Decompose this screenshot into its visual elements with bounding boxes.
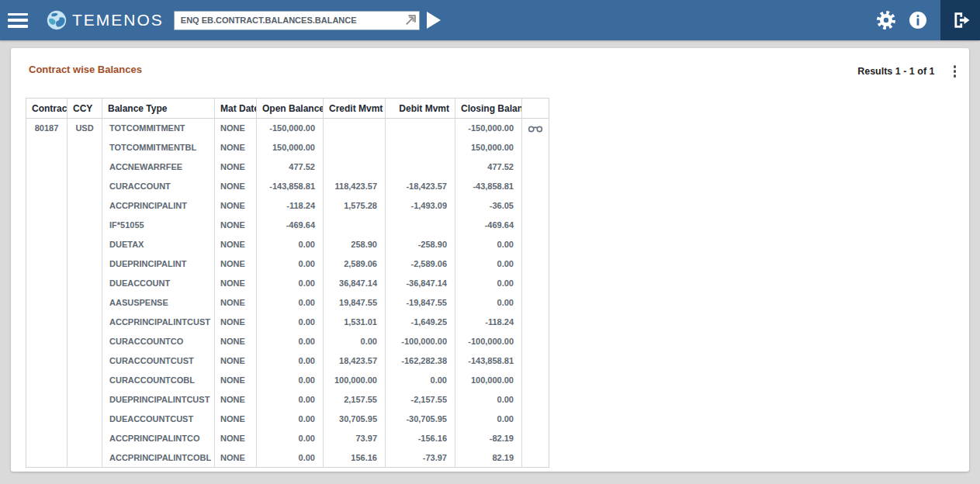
cell-ccy	[68, 313, 102, 332]
balances-table-wrapper: Contract CCY Balance Type Mat Date Open …	[26, 98, 549, 468]
cell-mat-date: NONE	[215, 216, 257, 235]
cell-contract	[26, 410, 68, 429]
cell-open-balance: 0.00	[257, 332, 324, 351]
col-header-balance-type[interactable]: Balance Type	[102, 99, 215, 119]
balances-table: Contract CCY Balance Type Mat Date Open …	[26, 98, 549, 468]
cell-credit-mvmt: 100,000.00	[324, 371, 386, 390]
sign-out-button[interactable]	[940, 0, 980, 40]
cell-actions	[522, 293, 549, 313]
cell-mat-date: NONE	[215, 332, 257, 351]
table-row: DUEPRINCIPALINTNONE0.002,589.06-2,589.06…	[26, 254, 549, 274]
cell-credit-mvmt: 1,531.01	[324, 313, 386, 332]
cell-contract	[26, 157, 68, 177]
cell-balance-type: ACCPRINCIPALINTCO	[102, 429, 215, 448]
command-line-input[interactable]	[174, 11, 420, 30]
cell-contract	[26, 332, 68, 351]
cell-balance-type: DUETAX	[102, 235, 215, 254]
cell-balance-type: ACCPRINCIPALINT	[102, 196, 215, 216]
cell-debit-mvmt: -258.90	[386, 235, 455, 254]
col-header-open-balance[interactable]: Open Balance	[257, 99, 324, 119]
cell-contract: 80187	[26, 119, 68, 138]
cell-actions	[522, 429, 549, 448]
cell-closing-balance: -143,858.81	[455, 351, 522, 371]
cell-mat-date: NONE	[215, 371, 257, 390]
table-row: ACCPRINCIPALINTCUSTNONE0.001,531.01-1,64…	[26, 313, 549, 332]
more-options-icon[interactable]	[950, 64, 961, 79]
cell-mat-date: NONE	[215, 138, 257, 157]
cell-credit-mvmt: 36,847.14	[324, 274, 386, 293]
cell-actions	[522, 216, 549, 235]
cell-ccy	[68, 448, 102, 468]
cell-credit-mvmt: 2,589.06	[324, 254, 386, 274]
cell-open-balance: 0.00	[257, 390, 324, 410]
cell-mat-date: NONE	[215, 235, 257, 254]
cell-ccy	[68, 157, 102, 177]
cell-actions	[522, 235, 549, 254]
cell-debit-mvmt: -2,589.06	[386, 254, 455, 274]
cell-open-balance: 477.52	[257, 157, 324, 177]
cell-credit-mvmt	[324, 138, 386, 157]
cell-debit-mvmt: -73.97	[386, 448, 455, 468]
cell-open-balance: 0.00	[257, 254, 324, 274]
cell-ccy	[68, 138, 102, 157]
table-row: 80187USDTOTCOMMITMENTNONE-150,000.00-150…	[26, 119, 549, 138]
cell-credit-mvmt	[324, 216, 386, 235]
cell-balance-type: ACCNEWARRFEE	[102, 157, 215, 177]
cell-actions	[522, 254, 549, 274]
cell-ccy	[68, 274, 102, 293]
cell-closing-balance: 0.00	[455, 293, 522, 313]
cell-ccy	[68, 371, 102, 390]
menu-icon[interactable]	[8, 13, 28, 28]
col-header-contract[interactable]: Contract	[26, 99, 68, 119]
col-header-closing-balance[interactable]: Closing Balance	[455, 99, 522, 119]
results-count: Results 1 - 1 of 1	[857, 66, 934, 77]
cell-balance-type: DUEPRINCIPALINT	[102, 254, 215, 274]
cell-contract	[26, 351, 68, 371]
cell-debit-mvmt: -100,000.00	[386, 332, 455, 351]
cell-open-balance: 0.00	[257, 448, 324, 468]
cell-balance-type: DUEACCOUNT	[102, 274, 215, 293]
cell-mat-date: NONE	[215, 157, 257, 177]
cell-debit-mvmt: -19,847.55	[386, 293, 455, 313]
brand-logo: TEMENOS	[47, 10, 164, 30]
table-row: DUETAXNONE0.00258.90-258.900.00	[26, 235, 549, 254]
cell-open-balance: 0.00	[257, 429, 324, 448]
cell-actions	[522, 410, 549, 429]
cell-mat-date: NONE	[215, 351, 257, 371]
cell-open-balance: 0.00	[257, 371, 324, 390]
cell-ccy	[68, 332, 102, 351]
cell-closing-balance: -82.19	[455, 429, 522, 448]
col-header-ccy[interactable]: CCY	[68, 99, 102, 119]
table-row: ACCPRINCIPALINTCONONE0.0073.97-156.16-82…	[26, 429, 549, 448]
cell-debit-mvmt: -36,847.14	[386, 274, 455, 293]
col-header-mat-date[interactable]: Mat Date	[215, 99, 257, 119]
cell-balance-type: DUEACCOUNTCUST	[102, 410, 215, 429]
cell-contract	[26, 196, 68, 216]
view-details-icon[interactable]	[528, 123, 543, 133]
cell-actions	[522, 390, 549, 410]
page-title: Contract wise Balances	[29, 64, 142, 75]
cell-closing-balance: 0.00	[455, 274, 522, 293]
cell-debit-mvmt: -30,705.95	[386, 410, 455, 429]
cell-contract	[26, 313, 68, 332]
cell-contract	[26, 216, 68, 235]
cell-closing-balance: 0.00	[455, 410, 522, 429]
cell-open-balance: 0.00	[257, 235, 324, 254]
col-header-debit-mvmt[interactable]: Debit Mvmt	[386, 99, 455, 119]
table-row: ACCNEWARRFEENONE477.52477.52	[26, 157, 549, 177]
cell-actions	[522, 274, 549, 293]
col-header-credit-mvmt[interactable]: Credit Mvmt	[324, 99, 386, 119]
cell-contract	[26, 235, 68, 254]
expand-command-icon[interactable]	[403, 14, 417, 27]
run-command-icon[interactable]	[427, 12, 441, 29]
cell-open-balance: 0.00	[257, 351, 324, 371]
gear-icon[interactable]	[877, 11, 895, 29]
cell-actions	[522, 138, 549, 157]
cell-closing-balance: 82.19	[455, 448, 522, 468]
table-row: ACCPRINCIPALINTCOBLNONE0.00156.16-73.978…	[26, 448, 549, 468]
info-icon[interactable]	[909, 11, 927, 29]
cell-ccy	[68, 235, 102, 254]
cell-balance-type: ACCPRINCIPALINTCOBL	[102, 448, 215, 468]
cell-ccy: USD	[68, 119, 102, 138]
cell-credit-mvmt: 156.16	[324, 448, 386, 468]
